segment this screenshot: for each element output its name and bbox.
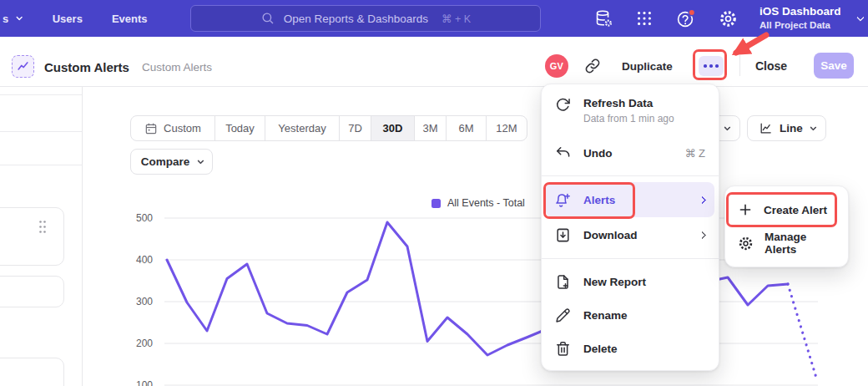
menu-label: Download <box>583 229 638 241</box>
nav-tab-events[interactable]: Events <box>112 13 148 25</box>
project-chevron-down-icon[interactable] <box>855 13 864 22</box>
compare-label: Compare <box>141 155 190 168</box>
menu-label: Delete <box>583 343 618 355</box>
range-12m[interactable]: 12M <box>486 116 527 140</box>
app-window: s Users Events Open Reports & Dashboards… <box>0 0 868 386</box>
submenu-item-manage-alerts[interactable]: Manage Alerts <box>725 226 848 260</box>
nav-left: s Users Events <box>0 0 148 37</box>
submenu-label: Manage Alerts <box>765 231 835 256</box>
chevron-down-icon <box>724 124 730 130</box>
search-icon <box>260 11 275 26</box>
svg-text:200: 200 <box>136 338 153 349</box>
gear-icon <box>738 236 754 251</box>
chevron-down-icon <box>810 124 816 130</box>
range-7d[interactable]: 7D <box>339 116 371 140</box>
share-link-icon[interactable] <box>584 58 601 74</box>
chart-type-button[interactable]: Line <box>747 115 826 141</box>
submenu-label: Create Alert <box>764 204 827 216</box>
svg-text:500: 500 <box>136 212 153 224</box>
menu-item-rename[interactable]: Rename <box>542 298 719 332</box>
menu-label: Rename <box>583 309 628 322</box>
sidebar-divider <box>0 94 82 95</box>
save-button[interactable]: Save <box>814 53 854 79</box>
header-divider <box>739 55 740 76</box>
svg-text:400: 400 <box>136 254 153 266</box>
alerts-submenu: Create Alert Manage Alerts <box>724 185 849 267</box>
avatar[interactable]: GV <box>545 54 568 78</box>
range-6m[interactable]: 6M <box>446 116 486 140</box>
refresh-icon <box>555 97 571 113</box>
chevron-right-icon <box>699 231 707 239</box>
chevron-down-icon <box>197 157 204 164</box>
chevron-right-icon <box>699 196 707 204</box>
sidebar-card[interactable] <box>0 207 64 266</box>
nav-right: iOS Dashboard All Project Data <box>594 0 862 37</box>
more-options-button[interactable] <box>699 56 724 76</box>
svg-text:100: 100 <box>136 379 153 386</box>
undo-icon <box>555 145 571 161</box>
chart-type-label: Line <box>780 122 803 135</box>
line-chart-icon <box>759 121 773 135</box>
menu-item-refresh-data[interactable]: Refresh Data Data from 1 min ago <box>542 89 719 136</box>
search-placeholder: Open Reports & Dashboards <box>284 13 428 25</box>
menu-divider <box>542 258 719 259</box>
left-sidebar <box>0 87 83 386</box>
page-title: Custom Alerts <box>44 60 129 74</box>
range-3m[interactable]: 3M <box>414 116 446 140</box>
range-custom[interactable]: Custom <box>131 116 214 140</box>
more-options-menu: Refresh Data Data from 1 min ago Undo ⌘ … <box>541 84 719 371</box>
bell-plus-icon <box>555 192 571 208</box>
menu-label: Refresh Data <box>583 97 674 109</box>
page-header: Custom Alerts Custom Alerts GV Duplicate… <box>0 37 868 87</box>
menu-item-alerts[interactable]: Alerts <box>546 182 714 217</box>
project-selector[interactable]: iOS Dashboard All Project Data <box>760 5 841 31</box>
range-30d-selected[interactable]: 30D <box>371 116 414 140</box>
legend-swatch <box>431 199 441 208</box>
download-icon <box>555 227 571 243</box>
help-icon[interactable] <box>675 8 697 29</box>
nav-truncated-label: s <box>3 13 8 25</box>
compare-button[interactable]: Compare <box>130 149 213 175</box>
kebab-menu-icon[interactable] <box>38 220 47 234</box>
plus-icon <box>738 202 753 217</box>
file-plus-icon <box>555 274 571 290</box>
chevron-down-icon <box>17 14 23 21</box>
breadcrumb: Custom Alerts <box>142 61 212 74</box>
svg-text:300: 300 <box>136 296 153 307</box>
legend-label: All Events - Total <box>447 197 525 209</box>
calendar-icon <box>144 122 158 135</box>
nav-tab-users[interactable]: Users <box>53 13 83 25</box>
menu-item-download[interactable]: Download <box>542 217 719 252</box>
duplicate-button[interactable]: Duplicate <box>622 60 673 73</box>
menu-label: New Report <box>583 276 646 288</box>
sidebar-divider <box>0 165 82 165</box>
menu-sublabel: Data from 1 min ago <box>583 113 674 124</box>
close-button[interactable]: Close <box>755 59 787 73</box>
project-name: iOS Dashboard <box>760 5 841 19</box>
menu-item-delete[interactable]: Delete <box>542 332 719 365</box>
menu-divider <box>542 175 719 176</box>
nav-item-truncated[interactable]: s <box>3 13 21 25</box>
range-custom-label: Custom <box>164 122 201 135</box>
trash-icon <box>555 341 571 357</box>
search-shortcut: ⌘ + K <box>442 13 471 25</box>
range-yesterday[interactable]: Yesterday <box>265 116 339 140</box>
sidebar-card[interactable] <box>0 358 64 386</box>
apps-grid-icon[interactable] <box>635 9 654 28</box>
menu-label: Undo <box>583 147 613 160</box>
chart-legend: All Events - Total <box>431 197 525 209</box>
sidebar-card[interactable] <box>0 276 64 307</box>
project-scope: All Project Data <box>760 19 841 31</box>
global-search[interactable]: Open Reports & Dashboards ⌘ + K <box>190 5 541 32</box>
range-today[interactable]: Today <box>214 116 265 140</box>
pencil-icon <box>555 307 571 323</box>
menu-item-undo[interactable]: Undo ⌘ Z <box>542 136 719 170</box>
menu-item-new-report[interactable]: New Report <box>542 265 719 298</box>
date-range-picker: Custom Today Yesterday 7D 30D 3M 6M 12M <box>130 115 527 141</box>
submenu-item-create-alert[interactable]: Create Alert <box>725 193 848 226</box>
menu-label: Alerts <box>583 194 615 206</box>
data-management-icon[interactable] <box>594 9 613 28</box>
settings-gear-icon[interactable] <box>719 9 738 28</box>
menu-shortcut: ⌘ Z <box>684 147 705 160</box>
report-chart-icon <box>12 55 34 78</box>
